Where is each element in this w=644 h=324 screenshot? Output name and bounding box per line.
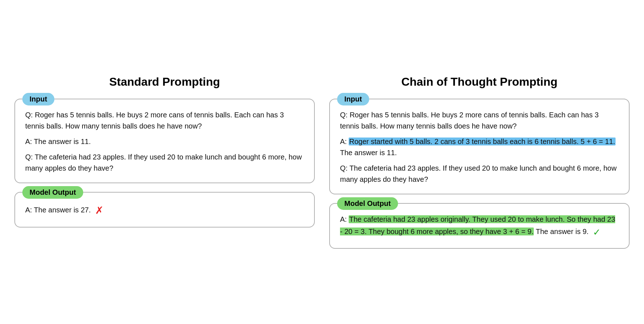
- right-title: Chain of Thought Prompting: [329, 75, 630, 89]
- right-input-body: Q: Roger has 5 tennis balls. He buys 2 m…: [340, 109, 619, 185]
- right-input-highlighted: Roger started with 5 balls. 2 cans of 3 …: [349, 138, 615, 145]
- right-input-p3: Q: The cafeteria had 23 apples. If they …: [340, 163, 619, 185]
- right-input-card: Input Q: Roger has 5 tennis balls. He bu…: [329, 99, 630, 194]
- left-output-label: Model Output: [22, 186, 83, 199]
- left-output-card: Model Output A: The answer is 27. ✗: [14, 192, 315, 228]
- right-output-body: A: The cafeteria had 23 apples originall…: [340, 214, 619, 239]
- right-column: Chain of Thought Prompting Input Q: Roge…: [329, 75, 630, 249]
- left-input-label: Input: [22, 93, 54, 105]
- right-input-answer: A: Roger started with 5 balls. 2 cans of…: [340, 136, 619, 158]
- left-title: Standard Prompting: [14, 75, 315, 89]
- wrong-icon: ✗: [95, 203, 103, 218]
- right-output-label: Model Output: [337, 197, 398, 210]
- left-input-card: Input Q: Roger has 5 tennis balls. He bu…: [14, 99, 315, 183]
- left-output-text: A: The answer is 27. ✗: [25, 203, 304, 218]
- correct-icon: ✓: [593, 225, 601, 239]
- right-output-card: Model Output A: The cafeteria had 23 app…: [329, 203, 630, 249]
- left-input-p3: Q: The cafeteria had 23 apples. If they …: [25, 152, 304, 174]
- left-input-p1: Q: Roger has 5 tennis balls. He buys 2 m…: [25, 109, 304, 132]
- main-container: Standard Prompting Input Q: Roger has 5 …: [14, 75, 630, 249]
- left-input-body: Q: Roger has 5 tennis balls. He buys 2 m…: [25, 109, 304, 174]
- right-input-label: Input: [337, 93, 369, 105]
- right-output-text: A: The cafeteria had 23 apples originall…: [340, 214, 619, 239]
- left-output-body: A: The answer is 27. ✗: [25, 203, 304, 218]
- left-input-p2: A: The answer is 11.: [25, 136, 304, 147]
- left-column: Standard Prompting Input Q: Roger has 5 …: [14, 75, 315, 249]
- right-input-p1: Q: Roger has 5 tennis balls. He buys 2 m…: [340, 109, 619, 132]
